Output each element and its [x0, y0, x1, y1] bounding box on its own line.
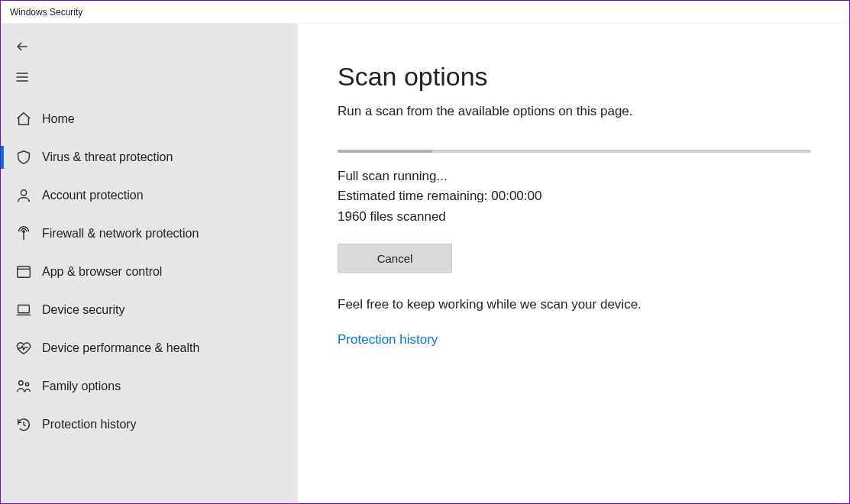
svg-point-4: [19, 381, 23, 386]
account-icon: [15, 186, 33, 205]
svg-point-5: [25, 383, 28, 386]
sidebar-item-label: Device performance & health: [42, 341, 199, 355]
scan-status-line-3: 1960 files scanned: [338, 207, 811, 227]
cancel-button[interactable]: Cancel: [338, 244, 452, 273]
sidebar-item-app-browser[interactable]: App & browser control: [1, 253, 298, 291]
sidebar-item-history[interactable]: Protection history: [1, 405, 298, 444]
sidebar-item-label: Device security: [42, 303, 124, 317]
scan-section: Full scan running... Estimated time rema…: [338, 150, 811, 347]
sidebar-item-label: App & browser control: [42, 265, 162, 279]
shield-icon: [15, 148, 33, 166]
svg-point-0: [21, 190, 26, 195]
hamburger-button[interactable]: [1, 62, 298, 92]
back-button[interactable]: [1, 31, 298, 62]
main-content: Scan options Run a scan from the availab…: [298, 24, 849, 503]
antenna-icon: [15, 225, 33, 243]
protection-history-link[interactable]: Protection history: [338, 332, 438, 347]
scan-status-line-1: Full scan running...: [338, 166, 811, 186]
sidebar-item-label: Firewall & network protection: [42, 227, 199, 241]
heart-icon: [15, 339, 33, 357]
sidebar-item-label: Home: [42, 112, 75, 126]
scan-note: Feel free to keep working while we scan …: [338, 297, 811, 312]
sidebar-item-performance[interactable]: Device performance & health: [1, 329, 298, 367]
sidebar-item-home[interactable]: Home: [1, 100, 298, 138]
sidebar-item-label: Account protection: [42, 189, 144, 202]
window-title-bar: Windows Security: [1, 1, 849, 24]
sidebar-item-firewall[interactable]: Firewall & network protection: [1, 215, 298, 253]
scan-status: Full scan running... Estimated time rema…: [338, 166, 811, 227]
back-icon: [15, 39, 30, 54]
sidebar-item-device-security[interactable]: Device security: [1, 291, 298, 329]
laptop-icon: [15, 301, 33, 319]
app-browser-icon: [15, 263, 33, 281]
hamburger-icon: [15, 69, 30, 85]
page-subtitle: Run a scan from the available options on…: [338, 104, 811, 119]
svg-rect-3: [18, 305, 30, 313]
nav-list: Home Virus & threat protection Account p…: [1, 100, 298, 444]
sidebar: Home Virus & threat protection Account p…: [1, 24, 298, 503]
sidebar-item-account[interactable]: Account protection: [1, 176, 298, 215]
sidebar-item-label: Virus & threat protection: [42, 150, 173, 164]
sidebar-item-family[interactable]: Family options: [1, 367, 298, 405]
history-icon: [15, 415, 33, 434]
scan-status-line-2: Estimated time remaining: 00:00:00: [338, 186, 811, 206]
sidebar-item-label: Protection history: [42, 418, 137, 431]
window-title: Windows Security: [10, 7, 82, 18]
sidebar-item-label: Family options: [42, 380, 121, 393]
home-icon: [15, 110, 33, 128]
page-title: Scan options: [338, 62, 811, 92]
scan-progress-bar: [338, 150, 811, 153]
svg-point-1: [23, 231, 24, 232]
svg-rect-2: [18, 267, 31, 278]
sidebar-item-virus-threat[interactable]: Virus & threat protection: [1, 138, 298, 176]
progress-indicator: [338, 150, 432, 153]
family-icon: [15, 377, 33, 396]
